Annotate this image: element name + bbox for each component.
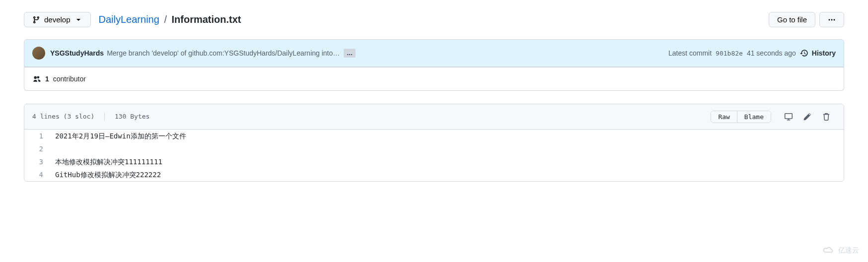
trash-icon <box>822 112 831 121</box>
raw-button[interactable]: Raw <box>711 111 737 123</box>
line-content <box>49 142 844 155</box>
view-mode-group: Raw Blame <box>711 111 771 123</box>
git-branch-icon <box>32 16 40 24</box>
pencil-icon <box>803 112 812 121</box>
history-button[interactable]: History <box>800 49 836 58</box>
contributors-row: 1 contributor <box>24 67 844 91</box>
code-line: 1 2021年2月19日—Edwin添加的第一个文件 <box>24 130 844 142</box>
code-line: 3 本地修改模拟解决冲突111111111 <box>24 155 844 168</box>
code-table: 1 2021年2月19日—Edwin添加的第一个文件 2 3 本地修改模拟解决冲… <box>24 130 844 181</box>
svg-point-2 <box>834 19 835 20</box>
commit-box: YSGStudyHards Merge branch 'develop' of … <box>24 39 844 67</box>
latest-commit-label: Latest commit <box>668 49 712 57</box>
expand-commit-button[interactable]: … <box>344 49 356 58</box>
svg-rect-3 <box>785 114 793 119</box>
line-content: 2021年2月19日—Edwin添加的第一个文件 <box>49 130 844 142</box>
file-lines: 4 lines (3 sloc) <box>32 113 94 120</box>
file-actions: Raw Blame <box>711 109 836 124</box>
blame-button[interactable]: Blame <box>737 111 771 123</box>
line-content: 本地修改模拟解决冲突111111111 <box>49 155 844 168</box>
file-meta: 4 lines (3 sloc) 130 Bytes <box>32 113 149 121</box>
edit-button[interactable] <box>798 109 817 124</box>
desktop-icon <box>784 112 793 121</box>
contributor-label: contributor <box>53 75 86 83</box>
more-actions-button[interactable] <box>819 12 844 27</box>
history-icon <box>800 49 809 58</box>
svg-point-0 <box>829 19 830 20</box>
divider <box>104 113 105 121</box>
file-box: 4 lines (3 sloc) 130 Bytes Raw Blame <box>24 104 844 182</box>
code-line: 2 <box>24 142 844 155</box>
line-content: GitHub修改模拟解决冲突222222 <box>49 168 844 181</box>
commit-message[interactable]: Merge branch 'develop' of github.com:YSG… <box>107 49 340 57</box>
commit-meta: Latest commit 901b82e 41 seconds ago His… <box>668 49 836 58</box>
branch-select-button[interactable]: develop <box>24 12 91 27</box>
breadcrumb: DailyLearning / Information.txt <box>99 14 241 25</box>
line-number[interactable]: 2 <box>24 142 49 155</box>
kebab-horizontal-icon <box>828 16 836 24</box>
avatar[interactable] <box>32 47 45 60</box>
commit-row: YSGStudyHards Merge branch 'develop' of … <box>24 40 844 67</box>
go-to-file-button[interactable]: Go to file <box>769 12 815 27</box>
header-row: develop DailyLearning / Information.txt … <box>24 12 844 27</box>
contributor-count: 1 <box>45 75 49 83</box>
commit-age: 41 seconds ago <box>747 49 796 57</box>
delete-button[interactable] <box>817 109 836 124</box>
breadcrumb-file: Information.txt <box>172 14 241 25</box>
branch-name: develop <box>44 15 71 24</box>
commit-sha[interactable]: 901b82e <box>716 50 743 57</box>
line-number[interactable]: 3 <box>24 155 49 168</box>
breadcrumb-repo-link[interactable]: DailyLearning <box>99 14 159 25</box>
top-actions: Go to file <box>769 12 844 27</box>
history-label: History <box>812 49 836 57</box>
breadcrumb-separator: / <box>164 14 167 25</box>
file-header: 4 lines (3 sloc) 130 Bytes Raw Blame <box>24 104 844 130</box>
file-size: 130 Bytes <box>115 113 149 120</box>
caret-down-icon <box>74 16 82 24</box>
svg-point-1 <box>831 19 833 20</box>
commit-author[interactable]: YSGStudyHards <box>50 49 104 57</box>
line-number[interactable]: 4 <box>24 168 49 181</box>
desktop-button[interactable] <box>779 109 798 124</box>
people-icon <box>32 74 41 83</box>
code-line: 4 GitHub修改模拟解决冲突222222 <box>24 168 844 181</box>
line-number[interactable]: 1 <box>24 130 49 142</box>
